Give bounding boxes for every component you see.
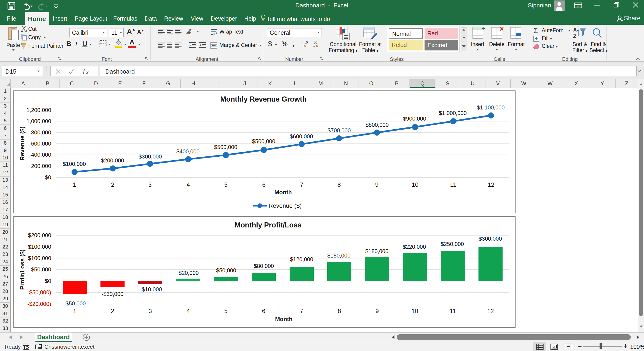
svg-text:$250,000: $250,000 — [441, 241, 464, 247]
svg-text:←.0: ←.0 — [302, 40, 308, 44]
svg-text:$0: $0 — [45, 278, 51, 284]
svg-text:-$30,000: -$30,000 — [102, 291, 124, 297]
svg-text:6: 6 — [262, 308, 265, 315]
svg-text:$300,000: $300,000 — [139, 153, 162, 160]
svg-text:$50,000: $50,000 — [31, 266, 51, 273]
svg-text:$150,000: $150,000 — [327, 252, 350, 259]
svg-text:$500,000: $500,000 — [252, 138, 275, 144]
svg-text:1,000,000: 1,000,000 — [26, 118, 51, 124]
svg-text:$0: $0 — [45, 174, 51, 180]
svg-text:Revenue ($): Revenue ($) — [19, 126, 26, 160]
svg-text:$500,000: $500,000 — [214, 144, 237, 150]
svg-text:-$50,000): -$50,000) — [27, 289, 51, 296]
svg-text:$120,000: $120,000 — [290, 256, 313, 262]
svg-text:-$10,000: -$10,000 — [140, 286, 162, 293]
svg-text:6: 6 — [262, 181, 266, 188]
svg-text:$200,000: $200,000 — [28, 232, 51, 238]
svg-text:12: 12 — [488, 181, 494, 188]
svg-text:10: 10 — [412, 308, 418, 315]
svg-text:4: 4 — [186, 308, 190, 315]
svg-text:Month: Month — [274, 189, 292, 196]
svg-text:12: 12 — [487, 308, 494, 315]
svg-text:A: A — [573, 27, 577, 33]
svg-text:2: 2 — [111, 181, 114, 188]
svg-text:800,000: 800,000 — [31, 129, 51, 136]
svg-text:$100,000: $100,000 — [28, 255, 51, 261]
svg-text:9: 9 — [375, 181, 378, 188]
svg-text:5: 5 — [224, 308, 228, 315]
svg-text:3: 3 — [148, 181, 152, 188]
svg-text:$400,000: $400,000 — [176, 148, 200, 155]
svg-text:10: 10 — [412, 181, 418, 188]
svg-text:4: 4 — [186, 181, 190, 188]
svg-text:200,000: 200,000 — [31, 163, 51, 169]
svg-text:$900,000: $900,000 — [403, 115, 426, 122]
svg-text:$100,000: $100,000 — [28, 244, 51, 250]
svg-text:Month: Month — [275, 316, 292, 322]
svg-text:.00: .00 — [302, 44, 306, 48]
svg-text:→.0: →.0 — [312, 44, 318, 48]
svg-text:$80,000: $80,000 — [254, 263, 274, 269]
svg-text:f: f — [83, 68, 86, 75]
svg-text:$20,000: $20,000 — [179, 270, 199, 276]
svg-text:3: 3 — [148, 308, 152, 315]
svg-text:1,200,000: 1,200,000 — [26, 107, 51, 113]
svg-text:$1,000,000: $1,000,000 — [439, 110, 467, 116]
svg-text:600,000: 600,000 — [31, 140, 51, 147]
svg-text:$1,100,000: $1,100,000 — [477, 104, 505, 111]
svg-text:Z: Z — [573, 33, 576, 39]
svg-text:2: 2 — [111, 308, 114, 315]
svg-text:7: 7 — [300, 308, 303, 315]
svg-text:$800,000: $800,000 — [366, 122, 389, 128]
svg-text:1: 1 — [73, 308, 76, 315]
svg-text:8: 8 — [338, 308, 341, 315]
svg-text:$700,000: $700,000 — [328, 127, 351, 133]
svg-text:$180,000: $180,000 — [365, 248, 388, 254]
svg-text:x: x — [86, 70, 89, 75]
svg-text:8: 8 — [338, 181, 341, 188]
svg-text:$600,000: $600,000 — [290, 133, 313, 139]
svg-text:$50,000: $50,000 — [216, 267, 236, 274]
svg-text:1: 1 — [73, 181, 76, 188]
svg-text:Monthly Revenue Growth: Monthly Revenue Growth — [220, 95, 307, 103]
svg-text:-$20,000): -$20,000) — [27, 301, 51, 307]
svg-text:$200,000: $200,000 — [101, 157, 124, 164]
svg-text:5: 5 — [224, 181, 228, 188]
svg-text:$300,000: $300,000 — [479, 236, 502, 242]
svg-text:ab: ab — [187, 31, 191, 35]
svg-text:$220,000: $220,000 — [403, 244, 426, 250]
svg-text:$100,000: $100,000 — [63, 161, 86, 167]
svg-text:400,000: 400,000 — [31, 152, 51, 158]
svg-text:3: 3 — [553, 346, 555, 348]
svg-text:9: 9 — [376, 308, 379, 315]
svg-text:Revenue ($): Revenue ($) — [268, 202, 302, 209]
svg-text:Monthly Profit/Loss: Monthly Profit/Loss — [234, 221, 302, 229]
svg-text:.00: .00 — [312, 40, 317, 44]
svg-text:-$50,000: -$50,000 — [64, 300, 86, 307]
svg-text:11: 11 — [450, 181, 456, 188]
svg-text:Profit/Loss ($): Profit/Loss ($) — [19, 249, 26, 290]
svg-text:11: 11 — [450, 308, 456, 315]
svg-text:7: 7 — [300, 181, 303, 188]
